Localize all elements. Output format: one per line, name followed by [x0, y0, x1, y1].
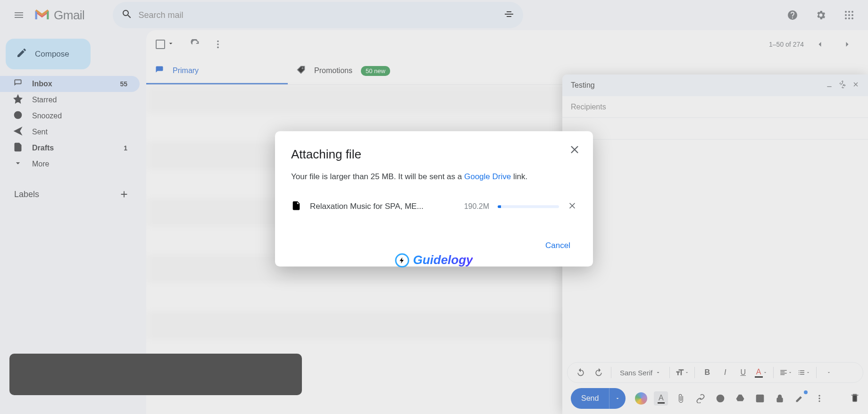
watermark-text: Guidelogy [413, 253, 473, 267]
dialog-close-button[interactable] [568, 143, 581, 157]
msg-suffix: link. [511, 172, 527, 181]
dialog-message: Your file is larger than 25 MB. It will … [291, 172, 577, 182]
msg-prefix: Your file is larger than 25 MB. It will … [291, 172, 464, 181]
attaching-file-dialog: Attaching file Your file is larger than … [275, 131, 593, 266]
upload-progress [498, 205, 559, 208]
google-drive-link[interactable]: Google Drive [464, 172, 511, 181]
file-size: 190.2M [464, 202, 489, 211]
dialog-cancel-button[interactable]: Cancel [539, 236, 577, 255]
file-name: Relaxation Music for SPA, ME... [310, 202, 456, 211]
watermark: Guidelogy [395, 253, 473, 267]
dialog-title: Attaching file [291, 147, 577, 162]
file-icon [291, 200, 301, 213]
cancel-upload-button[interactable] [568, 201, 577, 212]
